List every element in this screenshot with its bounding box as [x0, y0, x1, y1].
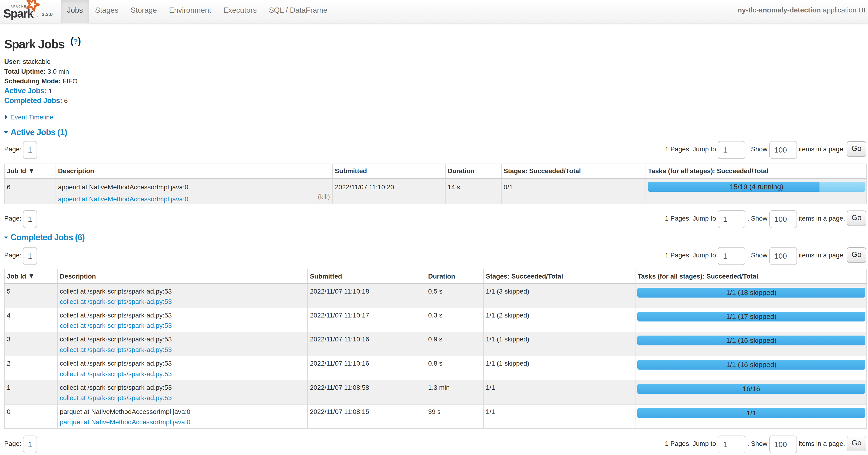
svg-text:Spark: Spark: [3, 7, 34, 20]
svg-text:™: ™: [36, 16, 38, 18]
